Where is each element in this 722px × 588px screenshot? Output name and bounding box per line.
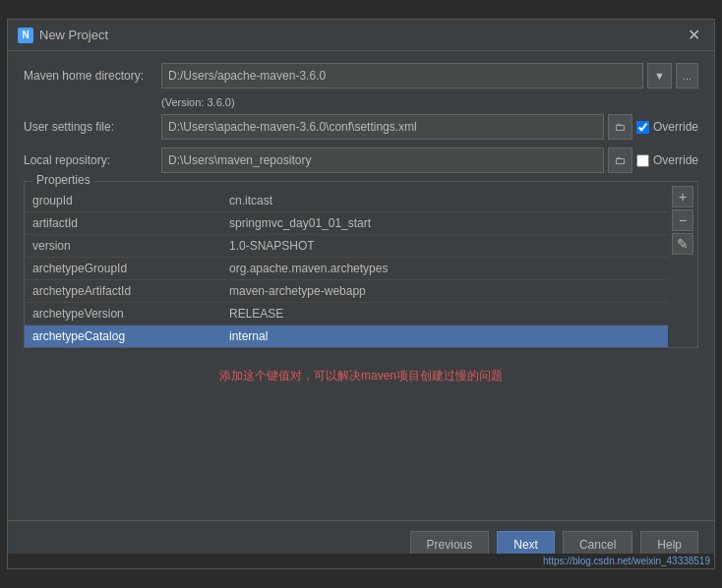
- prop-value: org.apache.maven.archetypes: [221, 258, 668, 280]
- prop-value: springmvc_day01_01_start: [221, 212, 668, 235]
- properties-table-area: groupId cn.itcast artifactId springmvc_d…: [25, 182, 697, 347]
- dialog-title: New Project: [39, 28, 108, 42]
- prop-value: 1.0-SNAPSHOT: [221, 235, 668, 258]
- settings-field: 🗀 Override: [161, 114, 698, 140]
- dialog-content: Maven home directory: ▼ ... (Version: 3.…: [8, 51, 714, 426]
- title-bar: N New Project ✕: [8, 20, 714, 51]
- settings-label: User settings file:: [24, 120, 161, 134]
- table-row[interactable]: archetypeVersion RELEASE: [25, 303, 668, 325]
- title-bar-left: N New Project: [18, 28, 108, 43]
- properties-table-wrapper: groupId cn.itcast artifactId springmvc_d…: [25, 182, 668, 347]
- maven-version: (Version: 3.6.0): [161, 96, 698, 108]
- table-row[interactable]: archetypeArtifactId maven-archetype-weba…: [25, 280, 668, 303]
- settings-row: User settings file: 🗀 Override: [24, 114, 698, 140]
- url-hint: https://blog.csdn.net/weixin_43338519: [8, 554, 714, 568]
- hint-text: 添加这个键值对，可以解决maven项目创建过慢的问题: [24, 368, 698, 384]
- maven-row: Maven home directory: ▼ ...: [24, 63, 698, 88]
- table-row[interactable]: archetypeCatalog internal: [25, 325, 668, 348]
- repo-browse-button[interactable]: 🗀: [608, 147, 632, 173]
- prop-value: cn.itcast: [221, 190, 668, 212]
- settings-override-wrapper: Override: [636, 120, 698, 134]
- prop-key: archetypeGroupId: [25, 258, 221, 280]
- table-row[interactable]: version 1.0-SNAPSHOT: [25, 235, 668, 258]
- dialog-icon: N: [18, 28, 33, 43]
- new-project-dialog: N New Project ✕ Maven home directory: ▼ …: [7, 19, 715, 569]
- maven-field: ▼ ...: [161, 63, 698, 88]
- prop-value: maven-archetype-webapp: [221, 280, 668, 303]
- maven-input[interactable]: [161, 63, 643, 88]
- properties-table: groupId cn.itcast artifactId springmvc_d…: [25, 190, 668, 347]
- repo-override-label: Override: [653, 153, 698, 167]
- maven-dropdown-button[interactable]: ▼: [647, 63, 672, 88]
- settings-override-checkbox[interactable]: [636, 121, 649, 134]
- maven-browse-button[interactable]: ...: [676, 63, 698, 88]
- settings-input[interactable]: [161, 114, 604, 140]
- maven-label: Maven home directory:: [24, 69, 161, 83]
- prop-key: groupId: [25, 190, 221, 212]
- close-button[interactable]: ✕: [684, 26, 704, 45]
- repo-input[interactable]: [161, 147, 604, 173]
- prop-key: archetypeCatalog: [25, 325, 221, 348]
- repo-override-wrapper: Override: [636, 153, 698, 167]
- prop-value: RELEASE: [221, 303, 668, 325]
- prop-key: artifactId: [25, 212, 221, 235]
- settings-override-label: Override: [653, 120, 698, 134]
- prop-key: archetypeArtifactId: [25, 280, 221, 303]
- edit-property-button[interactable]: ✎: [672, 233, 693, 255]
- repo-field: 🗀 Override: [161, 147, 698, 173]
- remove-property-button[interactable]: −: [672, 209, 693, 231]
- settings-browse-button[interactable]: 🗀: [608, 114, 632, 140]
- prop-key: archetypeVersion: [25, 303, 221, 325]
- properties-legend: Properties: [32, 173, 94, 187]
- table-row[interactable]: artifactId springmvc_day01_01_start: [25, 212, 668, 235]
- prop-value: internal: [221, 325, 668, 348]
- repo-row: Local repository: 🗀 Override: [24, 147, 698, 173]
- properties-side-actions: + − ✎: [668, 182, 697, 347]
- table-row[interactable]: groupId cn.itcast: [25, 190, 668, 212]
- prop-key: version: [25, 235, 221, 258]
- table-row[interactable]: archetypeGroupId org.apache.maven.archet…: [25, 258, 668, 280]
- repo-override-checkbox[interactable]: [636, 154, 649, 167]
- properties-group: Properties groupId cn.itcast artifactId …: [24, 181, 698, 348]
- add-property-button[interactable]: +: [672, 186, 693, 207]
- repo-label: Local repository:: [24, 153, 161, 167]
